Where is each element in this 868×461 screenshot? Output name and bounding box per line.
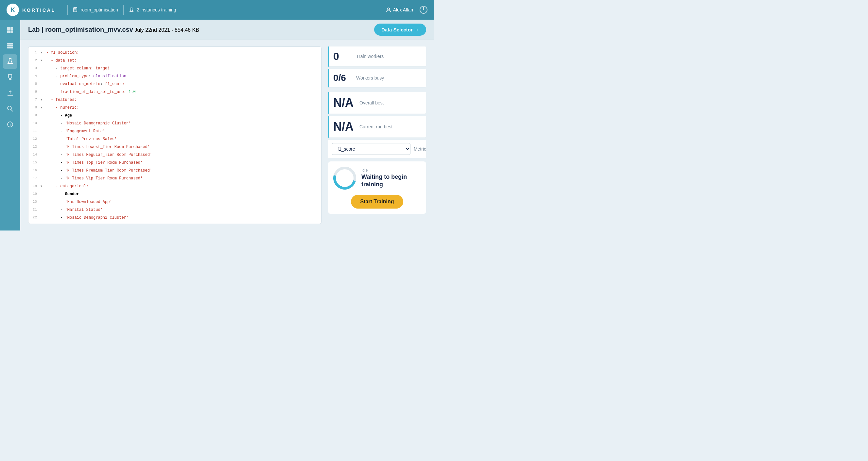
code-line: 19 - Gender	[28, 191, 321, 199]
code-line: 18 ▾ - categorical:	[28, 183, 321, 191]
code-line: 17 - 'N Times Vip_Tier Room Purchased'	[28, 175, 321, 183]
sidebar	[0, 20, 20, 231]
subtitle-text: July 22nd 2021 - 854.46 KB	[134, 27, 199, 33]
spinner	[333, 167, 356, 190]
sidebar-icon-flask[interactable]	[3, 54, 17, 69]
code-line: 6 - fraction_of_data_set_to_use: 1.0	[28, 89, 321, 96]
train-workers-value: 0	[333, 51, 356, 62]
code-line: 14 - 'N Times Regular_Tier Room Purchase…	[28, 152, 321, 160]
svg-rect-11	[7, 45, 13, 47]
sidebar-icon-info[interactable]	[3, 117, 17, 132]
upload-icon	[6, 89, 14, 96]
overall-best-label: Overall best	[360, 100, 384, 106]
status-top: Idle Waiting to begin training	[333, 167, 421, 190]
code-line: 8 ▾ - numeric:	[28, 105, 321, 112]
current-run-stat: N/A Current run best	[328, 116, 426, 138]
workers-busy-link[interactable]: Workers busy	[356, 75, 384, 81]
project-name: room_optimisation	[81, 7, 118, 12]
nav-separator-2	[123, 5, 124, 15]
code-line: 5 - evaluation_metric: f1_score	[28, 81, 321, 89]
code-line: 3 - target_column: target	[28, 65, 321, 73]
trophy-icon	[6, 74, 14, 81]
workers-busy-stat: 0/6 Workers busy	[328, 69, 426, 87]
start-training-button[interactable]: Start Training	[351, 195, 403, 208]
status-idle-label: Idle	[362, 168, 421, 173]
code-editor[interactable]: 1 ▾ - ml_solution: 2 ▾ - data_set: 3 - t…	[28, 47, 321, 224]
code-content: 1 ▾ - ml_solution: 2 ▾ - data_set: 3 - t…	[28, 47, 321, 224]
title-text: Lab | room_optimisation_mvv.csv	[28, 26, 133, 33]
logo-circle: K	[6, 4, 19, 16]
topnav: K KORTICAL room_optimisation 2 instances…	[0, 0, 434, 20]
svg-rect-8	[7, 30, 10, 33]
svg-rect-10	[7, 43, 13, 45]
svg-rect-7	[10, 27, 13, 30]
right-panel: 0 Train workers 0/6 Workers busy	[328, 47, 426, 224]
code-line: 22 - 'Mosaic Demographi Cluster'	[28, 214, 321, 222]
svg-line-17	[11, 110, 13, 112]
code-line: 15 - 'N Times Top_Tier Room Purchased'	[28, 160, 321, 167]
flask-icon	[129, 7, 134, 12]
code-line: 16 - 'N Times Premium_Tier Room Purchase…	[28, 167, 321, 175]
train-workers-stat: 0 Train workers	[328, 47, 426, 67]
metric-row: f1_score accuracy precision recall roc_a…	[328, 140, 426, 158]
code-line: 12 - 'Total Previous Sales'	[28, 136, 321, 144]
sidebar-icon-upload[interactable]	[3, 86, 17, 100]
svg-rect-1	[74, 8, 76, 9]
metric-label: Metric	[414, 146, 426, 152]
current-run-value: N/A	[333, 120, 360, 134]
search-icon	[6, 105, 14, 112]
logo[interactable]: K KORTICAL	[6, 4, 56, 16]
svg-point-5	[388, 8, 390, 10]
code-line: 21 - 'Marital Status'	[28, 207, 321, 214]
svg-rect-3	[74, 10, 75, 10]
status-text: Idle Waiting to begin training	[362, 168, 421, 189]
nav-separator-1	[67, 5, 68, 15]
overall-best-stat: N/A Overall best	[328, 92, 426, 114]
power-button[interactable]	[420, 6, 428, 14]
svg-point-16	[7, 106, 11, 110]
svg-rect-0	[73, 7, 77, 12]
code-line: 13 - 'N Times Lowest_Tier Room Purchased…	[28, 144, 321, 152]
sidebar-icon-search[interactable]	[3, 102, 17, 116]
svg-rect-9	[10, 30, 13, 33]
svg-rect-12	[7, 47, 13, 49]
code-line: 7 ▾ - features:	[28, 96, 321, 105]
current-run-label: Current run best	[360, 124, 393, 129]
info-icon	[6, 121, 14, 128]
content-area: 1 ▾ - ml_solution: 2 ▾ - data_set: 3 - t…	[20, 40, 434, 231]
train-workers-link[interactable]: Train workers	[356, 53, 384, 59]
instances-nav-item: 2 instances training	[129, 7, 176, 12]
code-line: 20 - 'Has Downloaded App'	[28, 199, 321, 207]
code-line: 2 ▾ - data_set:	[28, 57, 321, 65]
sidebar-icon-trophy[interactable]	[3, 70, 17, 84]
page-title: Lab | room_optimisation_mvv.csv July 22n…	[28, 26, 199, 33]
svg-rect-6	[7, 27, 10, 30]
subheader: Lab | room_optimisation_mvv.csv July 22n…	[20, 20, 434, 40]
workers-busy-value: 0/6	[333, 73, 356, 83]
main-content: Lab | room_optimisation_mvv.csv July 22n…	[20, 20, 434, 231]
flask-sidebar-icon	[6, 58, 14, 65]
logo-k-letter: K	[10, 6, 15, 14]
train-workers-label: Train workers	[356, 53, 384, 59]
instances-label: 2 instances training	[137, 7, 176, 12]
status-message: Waiting to begin training	[362, 173, 421, 189]
document-icon	[73, 7, 78, 12]
code-line: 10 - 'Mosaic Demographic Cluster'	[28, 120, 321, 128]
user-name: Alex Allan	[393, 7, 413, 12]
topnav-right: Alex Allan	[386, 6, 428, 14]
project-nav-item[interactable]: room_optimisation	[73, 7, 118, 12]
code-line: 11 - 'Engagement Rate'	[28, 128, 321, 136]
sidebar-icon-grid[interactable]	[3, 23, 17, 37]
svg-rect-2	[74, 9, 76, 10]
data-selector-button[interactable]: Data Selector →	[374, 24, 426, 36]
sidebar-icon-layers[interactable]	[3, 39, 17, 53]
grid-icon	[6, 27, 14, 34]
spinner-arc	[329, 163, 361, 194]
user-info: Alex Allan	[386, 7, 413, 12]
metric-select[interactable]: f1_score accuracy precision recall roc_a…	[332, 143, 410, 155]
status-card: Idle Waiting to begin training Start Tra…	[328, 162, 426, 214]
user-icon	[386, 7, 391, 12]
main-layout: Lab | room_optimisation_mvv.csv July 22n…	[0, 20, 434, 231]
overall-best-value: N/A	[333, 96, 360, 110]
svg-point-20	[10, 123, 10, 123]
